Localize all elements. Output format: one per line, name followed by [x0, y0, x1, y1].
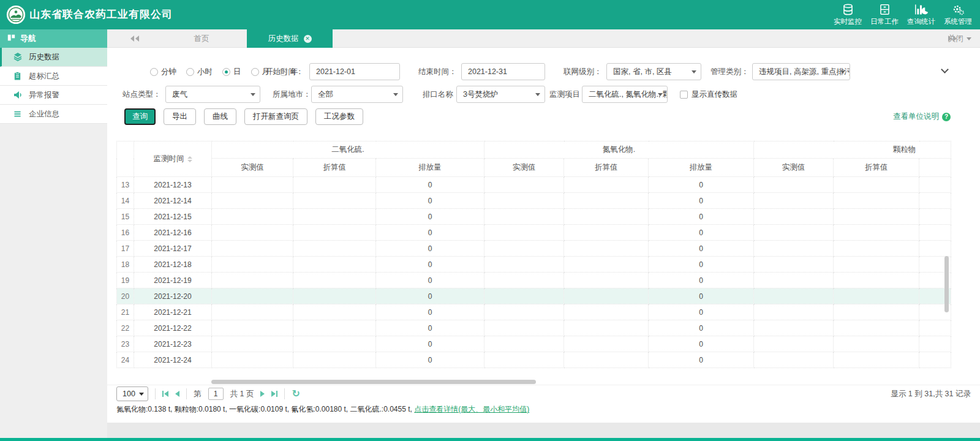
sidebar-item-history-data[interactable]: 历史数据: [0, 48, 107, 67]
unit-help-link[interactable]: 查看单位说明 ?: [893, 108, 951, 125]
chevron-down-icon: [967, 37, 971, 40]
station-type-select[interactable]: 废气: [165, 86, 260, 103]
table-row[interactable]: 162021-12-1600: [117, 225, 951, 241]
next-page-button[interactable]: [260, 391, 265, 397]
table-header-groups-row: 监测时间 二氧化硫.氮氧化物.颗粒物: [117, 141, 951, 159]
page-prefix-label: 第: [194, 389, 202, 399]
chevron-down-icon: [840, 70, 845, 74]
sort-icon[interactable]: [187, 156, 192, 162]
sidebar: 导航 历史数据 超标汇总 异常报警 企业信息: [0, 29, 107, 438]
sidebar-menu: 历史数据 超标汇总 异常报警 企业信息: [0, 48, 107, 124]
curve-button[interactable]: 曲线: [204, 108, 236, 125]
main-content: 分钟 小时 日 月 年 开始时间： 结束时间： 联网级别： 国家, 省, 市, …: [107, 48, 980, 423]
table-row[interactable]: 212021-12-2100: [117, 304, 951, 320]
cabinet-icon: [879, 3, 891, 15]
top-nav-realtime-monitoring[interactable]: 实时监控: [829, 0, 866, 29]
vertical-scrollbar-thumb[interactable]: [944, 256, 949, 312]
table-row[interactable]: 142021-12-1400: [117, 193, 951, 209]
tab-bar: 首页 历史数据 ✕ 关闭: [107, 29, 980, 48]
city-select[interactable]: 全部: [311, 86, 403, 103]
page-title: 山东省联合农药工业有限公司: [29, 0, 173, 29]
pagination-bar: 100 第 共 1 页 ↻ 显示 1 到 31,共 31 记录: [107, 385, 980, 402]
page-number-input[interactable]: [208, 388, 224, 400]
page-size-select[interactable]: 100: [116, 386, 148, 401]
chevron-down-icon: [692, 70, 696, 74]
column-header-time[interactable]: 监测时间: [134, 141, 212, 177]
table-row[interactable]: 202021-12-2000: [117, 288, 951, 304]
period-radio-day[interactable]: 日: [222, 67, 241, 77]
column-header: 折算值: [834, 159, 919, 177]
column-header: 排放量: [649, 159, 754, 177]
table-row[interactable]: 182021-12-1800: [117, 257, 951, 273]
radio-circle-icon: [150, 68, 158, 76]
network-level-select[interactable]: 国家, 省, 市, 区县: [606, 63, 701, 80]
list-icon: [12, 110, 23, 118]
column-header: 折算值: [564, 159, 649, 177]
sidebar-item-enterprise-info[interactable]: 企业信息: [0, 105, 107, 124]
prev-page-button[interactable]: [175, 391, 179, 397]
end-time-input[interactable]: [461, 63, 545, 80]
export-button[interactable]: 导出: [164, 108, 196, 125]
data-table: 监测时间 二氧化硫.氮氧化物.颗粒物 实测值折算值排放量实测值折算值排放量实测值…: [116, 141, 951, 368]
tab-home[interactable]: 首页: [179, 29, 224, 48]
gears-icon: [952, 3, 965, 15]
tabbar-right: 关闭: [948, 29, 971, 48]
top-nav-daily-work[interactable]: 日常工作: [866, 0, 903, 29]
horizontal-scrollbar-thumb[interactable]: [211, 380, 536, 384]
records-summary: 显示 1 到 31,共 31 记录: [891, 386, 971, 401]
row-number-header: [117, 141, 134, 177]
tab-close-icon[interactable]: ✕: [304, 35, 312, 43]
chevron-down-icon: [658, 93, 663, 96]
monitor-items-select[interactable]: 二氧化硫., 氮氧化物., 颗粒物: [582, 86, 668, 103]
sidebar-item-abnormal-alarm[interactable]: 异常报警: [0, 86, 107, 105]
tab-history-data[interactable]: 历史数据 ✕: [247, 29, 333, 48]
period-radio-hour[interactable]: 小时: [186, 67, 213, 77]
column-group: 二氧化硫.: [212, 141, 484, 159]
pagination-controls: 100 第 共 1 页 ↻: [116, 386, 300, 401]
first-page-button[interactable]: [162, 391, 168, 397]
checkbox-icon: [680, 91, 688, 99]
radio-circle-icon: [251, 68, 259, 76]
refresh-icon[interactable]: ↻: [292, 388, 300, 400]
chevron-down-icon: [139, 393, 144, 396]
start-time-input[interactable]: [309, 63, 400, 80]
chevron-down-icon: [535, 93, 540, 96]
collapse-filters-icon[interactable]: [941, 66, 949, 74]
tabs-scroll-right-icon[interactable]: [948, 29, 957, 48]
manage-type-select[interactable]: 违规项目, 高架源, 重点排污: [752, 63, 850, 80]
table-header-cols-row: 实测值折算值排放量实测值折算值排放量实测值折算值: [117, 159, 951, 177]
query-button[interactable]: 查询: [124, 108, 156, 125]
radio-circle-icon: [186, 68, 194, 76]
detail-link[interactable]: 点击查看详情(最大、最小和平均值): [414, 405, 529, 413]
sidebar-title: 导航: [20, 33, 36, 44]
last-page-button[interactable]: [271, 391, 277, 397]
table-row[interactable]: 132021-12-1300: [117, 177, 951, 193]
show-direct-data-checkbox[interactable]: 显示直传数据: [680, 86, 737, 103]
top-nav-query-statistics[interactable]: 查询统计: [903, 0, 940, 29]
nav-panel-icon: [7, 34, 15, 43]
end-time-label: 结束时间：: [418, 63, 457, 80]
table-row[interactable]: 172021-12-1700: [117, 241, 951, 257]
table-row[interactable]: 242021-12-2400: [117, 352, 951, 368]
table-row[interactable]: 192021-12-1900: [117, 273, 951, 288]
period-radio-minute[interactable]: 分钟: [150, 67, 176, 77]
sidebar-item-exceedance-summary[interactable]: 超标汇总: [0, 67, 107, 86]
chevron-down-icon: [251, 93, 255, 96]
question-mark-icon: ?: [942, 113, 951, 121]
toolbar-buttons: 查询导出曲线打开新查询页工况参数: [124, 108, 363, 125]
table-row[interactable]: 152021-12-1500: [117, 209, 951, 225]
table-row[interactable]: 222021-12-2200: [117, 320, 951, 336]
column-header: 实测值: [484, 159, 564, 177]
outlet-select[interactable]: 3号焚烧炉: [456, 86, 545, 103]
start-time-label: 开始时间：: [265, 63, 304, 80]
city-label: 所属地市：: [273, 86, 311, 103]
operating-params-button[interactable]: 工况参数: [315, 108, 363, 125]
table-body: 132021-12-1300142021-12-1400152021-12-15…: [117, 177, 951, 368]
network-level-label: 联网级别：: [564, 63, 602, 80]
totals-summary: 氮氧化物:0.138 t, 颗粒物:0.0180 t, 一氧化碳:0.0109 …: [116, 404, 529, 415]
database-icon: [842, 3, 854, 15]
table-row[interactable]: 232021-12-2300: [117, 336, 951, 352]
company-logo: [6, 5, 26, 24]
top-nav-system-management[interactable]: 系统管理: [940, 0, 976, 29]
open-new-query-button[interactable]: 打开新查询页: [244, 108, 307, 125]
